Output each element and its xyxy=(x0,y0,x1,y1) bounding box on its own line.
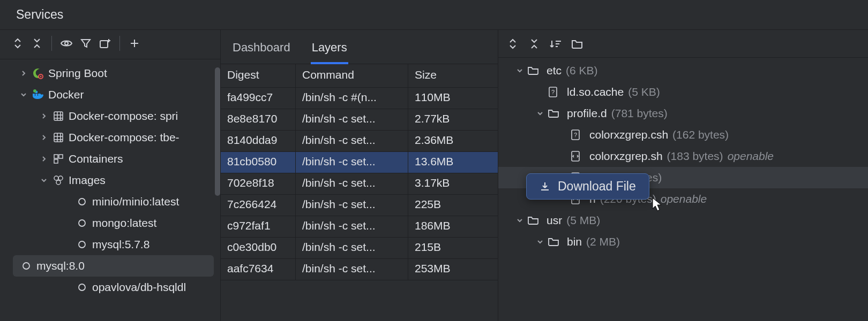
containers-icon xyxy=(51,154,65,164)
chevron-right-icon[interactable] xyxy=(36,134,51,141)
table-row[interactable]: 702e8f18/bin/sh -c set...3.17kB xyxy=(221,173,498,195)
context-menu-download[interactable]: Download File xyxy=(526,173,649,200)
table-row[interactable]: fa499cc7/bin/sh -c #(n...110MB xyxy=(221,88,498,109)
cell-digest: 702e8f18 xyxy=(221,173,296,194)
tree-item[interactable]: minio/minio:latest xyxy=(0,191,220,212)
tab-layers[interactable]: Layers xyxy=(311,37,348,64)
new-panel-icon[interactable] xyxy=(97,35,113,51)
folder-icon xyxy=(527,216,541,225)
layers-table: Digest Command Size fa499cc7/bin/sh -c #… xyxy=(221,64,498,321)
eye-icon[interactable] xyxy=(58,35,74,51)
tree-label: Spring Boot xyxy=(48,67,107,80)
circle-icon xyxy=(75,240,89,249)
add-icon[interactable] xyxy=(126,35,143,51)
folder-icon xyxy=(548,109,562,118)
expand-all-icon[interactable] xyxy=(10,35,26,51)
sort-icon[interactable] xyxy=(548,36,564,52)
col-digest[interactable]: Digest xyxy=(221,64,296,87)
tree-item[interactable]: Docker-compose: spri xyxy=(0,105,220,127)
svg-rect-10 xyxy=(54,133,63,142)
expand-all-icon[interactable] xyxy=(505,36,521,52)
chevron-down-icon[interactable] xyxy=(16,91,31,98)
table-row[interactable]: 81cb0580/bin/sh -c set...13.6MB xyxy=(221,152,498,173)
table-row[interactable]: c972faf1/bin/sh -c set...186MB xyxy=(221,216,498,238)
center-panel: DashboardLayers Digest Command Size fa49… xyxy=(221,30,498,321)
folder-icon xyxy=(527,66,541,75)
chevron-down-icon[interactable] xyxy=(533,238,548,246)
table-row[interactable]: aafc7634/bin/sh -c set...253MB xyxy=(221,259,498,280)
tree-item[interactable]: Spring Boot xyxy=(0,63,220,84)
table-row[interactable]: 7c266424/bin/sh -c set...225B xyxy=(221,195,498,216)
unknown-icon: ? xyxy=(548,86,562,98)
file-size: (5 KB) xyxy=(628,86,660,98)
chevron-right-icon[interactable] xyxy=(36,155,51,163)
folder-icon xyxy=(548,237,562,247)
services-tree[interactable]: Spring BootDockerDocker-compose: spriDoc… xyxy=(0,59,220,321)
col-size[interactable]: Size xyxy=(408,64,489,87)
chevron-down-icon[interactable] xyxy=(36,177,51,184)
svg-rect-13 xyxy=(54,159,58,163)
cell-command: /bin/sh -c set... xyxy=(296,131,408,151)
cell-digest: 7c266424 xyxy=(221,195,296,216)
folder-icon[interactable] xyxy=(569,36,585,52)
col-command[interactable]: Command xyxy=(296,64,408,87)
tree-label: mysql:8.0 xyxy=(36,259,85,272)
file-name: profile.d xyxy=(567,107,607,120)
table-header: Digest Command Size xyxy=(221,64,498,88)
cursor-icon xyxy=(652,197,663,212)
svg-point-15 xyxy=(58,176,63,180)
sidebar-toolbar xyxy=(0,30,220,59)
circle-icon xyxy=(75,218,89,228)
file-name: usr xyxy=(547,214,562,227)
tree-item[interactable]: mongo:latest xyxy=(0,212,220,234)
file-panel: etc(6 KB)?ld.so.cache(5 KB)profile.d(781… xyxy=(498,30,868,321)
tree-item[interactable]: Containers xyxy=(0,148,220,170)
svg-point-20 xyxy=(23,263,29,269)
services-sidebar: Spring BootDockerDocker-compose: spriDoc… xyxy=(0,30,221,321)
table-row[interactable]: 8140dda9/bin/sh -c set...2.36MB xyxy=(221,131,498,152)
svg-point-8 xyxy=(33,89,36,93)
cell-command: /bin/sh -c set... xyxy=(296,173,408,194)
collapse-all-icon[interactable] xyxy=(526,36,542,52)
scrollbar-thumb[interactable] xyxy=(215,67,220,196)
svg-rect-9 xyxy=(54,112,63,120)
tree-item[interactable]: mysql:8.0 xyxy=(13,255,214,277)
tree-item[interactable]: Images xyxy=(0,170,220,191)
cell-command: /bin/sh -c set... xyxy=(296,109,408,130)
tree-item[interactable]: Docker-compose: tbe- xyxy=(0,127,220,148)
tab-dashboard[interactable]: Dashboard xyxy=(231,37,291,64)
folder-item[interactable]: etc(6 KB) xyxy=(498,60,868,81)
tree-item[interactable]: Docker xyxy=(0,84,220,105)
folder-item[interactable]: profile.d(781 bytes) xyxy=(498,103,868,124)
folder-item[interactable]: bin(2 MB) xyxy=(498,231,868,253)
circle-icon xyxy=(75,197,89,207)
chevron-down-icon[interactable] xyxy=(512,217,527,224)
svg-text:?: ? xyxy=(551,89,555,95)
file-size: (5 MB) xyxy=(566,214,600,227)
file-item[interactable]: colorxzgrep.sh(183 bytes)openable xyxy=(498,146,868,167)
svg-rect-1 xyxy=(100,41,108,48)
table-row[interactable]: 8e8e8170/bin/sh -c set...2.77kB xyxy=(221,109,498,131)
file-item[interactable]: ?colorxzgrep.csh(162 bytes) xyxy=(498,124,868,146)
chevron-down-icon[interactable] xyxy=(533,110,548,117)
table-row[interactable]: c0e30db0/bin/sh -c set...215B xyxy=(221,238,498,259)
chevron-right-icon[interactable] xyxy=(16,70,31,77)
chevron-down-icon[interactable] xyxy=(512,67,527,74)
tree-item[interactable]: mysql:5.7.8 xyxy=(0,234,220,255)
cell-command: /bin/sh -c set... xyxy=(296,216,408,237)
tree-label: minio/minio:latest xyxy=(92,195,179,208)
collapse-all-icon[interactable] xyxy=(29,35,45,51)
file-toolbar xyxy=(498,30,868,58)
file-name: etc xyxy=(547,64,562,77)
svg-rect-4 xyxy=(33,94,35,96)
openable-badge: openable xyxy=(661,193,707,205)
filter-icon[interactable] xyxy=(78,35,94,51)
file-item[interactable]: ?ld.so.cache(5 KB) xyxy=(498,81,868,103)
tree-item[interactable]: opavlova/db-hsqldl xyxy=(0,277,220,298)
grid-icon xyxy=(51,111,65,121)
file-name: colorxzgrep.csh xyxy=(589,128,668,141)
cell-size: 110MB xyxy=(408,88,489,109)
chevron-right-icon[interactable] xyxy=(36,112,51,120)
folder-item[interactable]: usr(5 MB) xyxy=(498,210,868,231)
cell-size: 3.17kB xyxy=(408,173,489,194)
